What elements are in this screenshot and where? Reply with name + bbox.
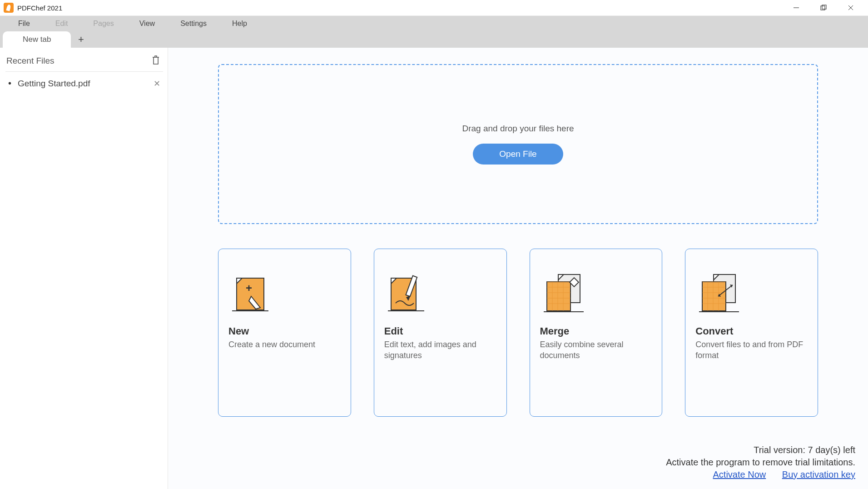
trash-icon: [151, 59, 160, 66]
window-controls: [783, 0, 864, 16]
menu-file[interactable]: File: [5, 17, 43, 30]
activate-now-link[interactable]: Activate Now: [713, 469, 766, 479]
svg-rect-2: [822, 5, 826, 9]
open-file-button[interactable]: Open File: [473, 144, 563, 165]
clear-recent-button[interactable]: [151, 55, 160, 67]
menu-view[interactable]: View: [127, 17, 168, 30]
card-merge[interactable]: Merge Easily combine several documents: [530, 249, 663, 417]
add-tab-button[interactable]: +: [73, 31, 89, 48]
dropzone[interactable]: Drag and drop your files here Open File: [218, 64, 818, 224]
card-edit[interactable]: Edit Edit text, add images and signature…: [374, 249, 507, 417]
window-title: PDFChef 2021: [17, 4, 62, 12]
tab-active[interactable]: New tab: [3, 31, 71, 48]
card-desc: Edit text, add images and signatures: [384, 339, 496, 361]
tabstrip: New tab +: [0, 30, 868, 48]
buy-key-link[interactable]: Buy activation key: [782, 469, 855, 479]
menu-pages: Pages: [80, 17, 126, 30]
menubar: File Edit Pages View Settings Help: [0, 16, 868, 30]
trial-notice: Trial version: 7 day(s) left Activate th…: [666, 444, 855, 481]
maximize-button[interactable]: [810, 0, 837, 16]
sidebar-header: Recent Files: [5, 53, 163, 72]
edit-document-icon: [384, 260, 496, 319]
card-desc: Easily combine several documents: [540, 339, 652, 361]
plus-icon: +: [78, 34, 84, 45]
merge-documents-icon: [540, 260, 652, 319]
convert-document-icon: [695, 260, 808, 319]
card-convert[interactable]: Convert Convert files to and from PDF fo…: [685, 249, 818, 417]
close-icon: ✕: [154, 79, 160, 88]
trial-message: Activate the program to remove trial lim…: [666, 456, 855, 469]
bullet-icon: •: [8, 78, 11, 89]
svg-text:+: +: [246, 282, 252, 294]
new-document-icon: +: [228, 260, 341, 319]
recent-file-item[interactable]: • Getting Started.pdf ✕: [5, 72, 163, 95]
card-title: New: [228, 325, 341, 337]
close-button[interactable]: [837, 0, 864, 16]
card-desc: Convert files to and from PDF format: [695, 339, 808, 361]
recent-files-title: Recent Files: [6, 56, 55, 66]
sidebar: Recent Files • Getting Started.pdf ✕: [0, 48, 168, 489]
card-new[interactable]: + New Create a new document: [218, 249, 351, 417]
card-desc: Create a new document: [228, 339, 341, 350]
menu-settings[interactable]: Settings: [168, 17, 219, 30]
main-content: Drag and drop your files here Open File …: [168, 48, 868, 489]
svg-rect-22: [702, 282, 726, 311]
action-cards: + New Create a new document: [218, 249, 818, 417]
app-icon: [4, 3, 14, 13]
card-title: Convert: [695, 325, 808, 337]
body: Recent Files • Getting Started.pdf ✕ Dra…: [0, 48, 868, 489]
trial-days-left: Trial version: 7 day(s) left: [666, 444, 855, 456]
card-title: Merge: [540, 325, 652, 337]
svg-rect-17: [547, 282, 570, 311]
recent-file-name: Getting Started.pdf: [18, 79, 147, 89]
titlebar: PDFChef 2021: [0, 0, 868, 16]
card-title: Edit: [384, 325, 496, 337]
minimize-button[interactable]: [783, 0, 810, 16]
svg-rect-1: [821, 6, 825, 10]
dropzone-text: Drag and drop your files here: [462, 124, 574, 134]
menu-edit: Edit: [43, 17, 81, 30]
remove-recent-button[interactable]: ✕: [154, 79, 160, 89]
menu-help[interactable]: Help: [219, 17, 260, 30]
